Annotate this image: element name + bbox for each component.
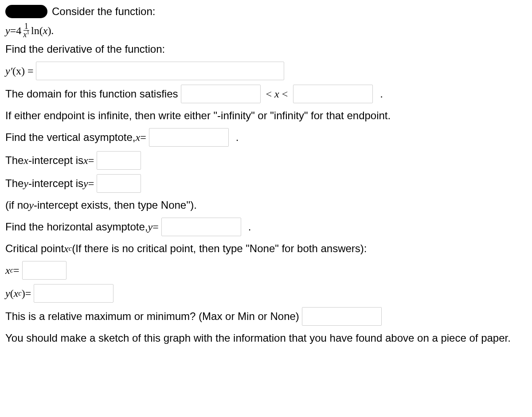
domain-row: The domain for this function satisfies <… [5,85,527,103]
yxc-row: y (xc) = [5,284,527,303]
derivative-row: y′ (x) = [5,62,527,80]
horizontal-asymptote-row: Find the horizontal asymptote, y = . [5,218,527,236]
find-derivative-label: Find the derivative of the function: [5,41,527,57]
lt-x-lt: < x < [266,86,288,102]
yxc-input[interactable] [34,284,113,303]
prompt-header: Consider the function: [5,4,527,19]
x-intercept-row: The x -intercept is x = [5,151,527,170]
xc-input[interactable] [22,261,66,280]
y-intercept-input[interactable] [97,174,141,193]
consider-text: Consider the function: [52,4,155,19]
derivative-input[interactable] [36,62,284,80]
domain-lower-input[interactable] [181,85,261,103]
vertical-asymptote-input[interactable] [149,128,229,147]
redacted-block [5,5,47,18]
fraction: 1 x1 [22,22,30,39]
horizontal-asymptote-input[interactable] [161,218,241,236]
x-intercept-input[interactable] [97,151,141,170]
y-intercept-row: The y -intercept is y = [5,174,527,193]
domain-upper-input[interactable] [293,85,373,103]
y-intercept-note: (if no y -intercept exists, then type No… [5,197,527,213]
maxmin-input[interactable] [302,307,382,326]
vertical-asymptote-row: Find the vertical asymptote, x = . [5,128,527,147]
function-equation: y = 4 1 x1 ln(x). [5,22,527,39]
domain-label: The domain for this function satisfies [5,86,178,102]
xc-row: xc = [5,261,527,280]
sketch-note: You should make a sketch of this graph w… [5,330,527,346]
critical-point-label: Critical point xc (If there is no critic… [5,241,527,257]
endpoint-note: If either endpoint is infinite, then wri… [5,108,527,124]
maxmin-row: This is a relative maximum or minimum? (… [5,307,527,326]
